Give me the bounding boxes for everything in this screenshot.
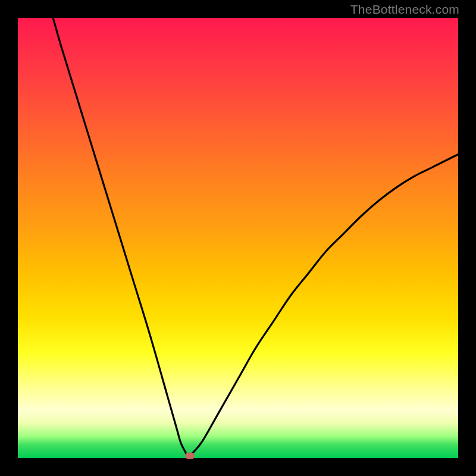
bottleneck-curve — [18, 18, 458, 458]
plot-area — [18, 18, 458, 458]
minimum-marker — [185, 453, 195, 459]
watermark-text: TheBottleneck.com — [350, 2, 459, 17]
chart-frame: TheBottleneck.com — [0, 0, 476, 476]
